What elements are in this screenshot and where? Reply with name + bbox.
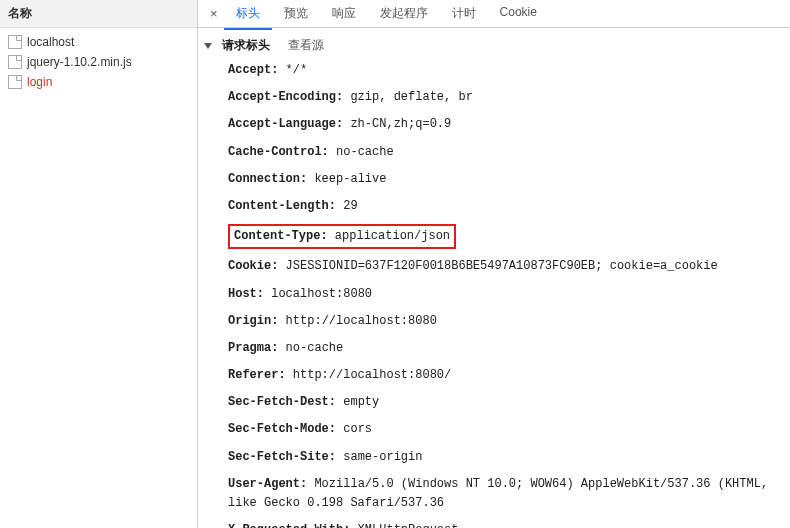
sidebar: 名称 localhostjquery-1.10.2.min.jslogin	[0, 0, 198, 528]
close-icon[interactable]: ×	[204, 6, 224, 21]
file-label: jquery-1.10.2.min.js	[27, 55, 132, 69]
section-title-request-headers: 请求标头	[222, 37, 270, 54]
tab-响应[interactable]: 响应	[320, 0, 368, 30]
header-key: Accept:	[228, 63, 278, 77]
header-key: Host:	[228, 287, 264, 301]
header-value: Mozilla/5.0 (Windows NT 10.0; WOW64) App…	[228, 477, 768, 510]
header-value: 29	[336, 199, 358, 213]
header-row: Accept-Encoding: gzip, deflate, br	[226, 84, 786, 111]
header-row: Origin: http://localhost:8080	[226, 308, 786, 335]
file-icon	[8, 75, 22, 89]
header-row: Connection: keep-alive	[226, 166, 786, 193]
header-value: application/json	[328, 229, 450, 243]
sidebar-header-name: 名称	[0, 0, 197, 28]
header-value: localhost:8080	[264, 287, 372, 301]
header-key: Cookie:	[228, 259, 278, 273]
header-value: */*	[278, 63, 307, 77]
header-key: Referer:	[228, 368, 286, 382]
header-row: X-Requested-With: XMLHttpRequest	[226, 517, 786, 528]
tab-标头[interactable]: 标头	[224, 0, 272, 30]
header-row: Host: localhost:8080	[226, 281, 786, 308]
header-key: Connection:	[228, 172, 307, 186]
request-headers-list: Accept: */*Accept-Encoding: gzip, deflat…	[202, 57, 786, 528]
header-row: User-Agent: Mozilla/5.0 (Windows NT 10.0…	[226, 471, 786, 517]
tab-预览[interactable]: 预览	[272, 0, 320, 30]
tab-Cookie[interactable]: Cookie	[488, 0, 549, 30]
file-icon	[8, 35, 22, 49]
view-source-link[interactable]: 查看源	[288, 37, 324, 54]
header-key: X-Requested-With:	[228, 523, 350, 528]
header-key: Content-Type:	[234, 229, 328, 243]
header-row: Pragma: no-cache	[226, 335, 786, 362]
header-value: keep-alive	[307, 172, 386, 186]
header-key: Sec-Fetch-Site:	[228, 450, 336, 464]
header-row: Accept: */*	[226, 57, 786, 84]
file-label: localhost	[27, 35, 74, 49]
file-icon	[8, 55, 22, 69]
header-row: Accept-Language: zh-CN,zh;q=0.9	[226, 111, 786, 138]
header-key: Sec-Fetch-Mode:	[228, 422, 336, 436]
header-value: JSESSIONID=637F120F0018B6BE5497A10873FC9…	[278, 259, 717, 273]
header-key: Content-Length:	[228, 199, 336, 213]
file-item[interactable]: login	[0, 72, 197, 92]
section-request-headers-header[interactable]: 请求标头 查看源	[202, 34, 786, 57]
header-value: empty	[336, 395, 379, 409]
header-value: gzip, deflate, br	[343, 90, 473, 104]
header-key: Pragma:	[228, 341, 278, 355]
panel-body[interactable]: 请求标头 查看源 Accept: */*Accept-Encoding: gzi…	[198, 28, 790, 528]
file-item[interactable]: jquery-1.10.2.min.js	[0, 52, 197, 72]
header-key: User-Agent:	[228, 477, 307, 491]
caret-down-icon	[204, 43, 212, 49]
header-value: XMLHttpRequest	[350, 523, 458, 528]
tab-发起程序[interactable]: 发起程序	[368, 0, 440, 30]
header-row: Content-Type: application/json	[226, 220, 786, 253]
tab-计时[interactable]: 计时	[440, 0, 488, 30]
header-key: Accept-Language:	[228, 117, 343, 131]
header-row: Cookie: JSESSIONID=637F120F0018B6BE5497A…	[226, 253, 786, 280]
header-value: zh-CN,zh;q=0.9	[343, 117, 451, 131]
header-value: no-cache	[278, 341, 343, 355]
header-row: Referer: http://localhost:8080/	[226, 362, 786, 389]
header-row: Sec-Fetch-Site: same-origin	[226, 444, 786, 471]
header-key: Cache-Control:	[228, 145, 329, 159]
header-value: same-origin	[336, 450, 422, 464]
header-row: Cache-Control: no-cache	[226, 139, 786, 166]
main-panel: × 标头预览响应发起程序计时Cookie 请求标头 查看源 Accept: */…	[198, 0, 790, 528]
file-label: login	[27, 75, 52, 89]
header-row: Content-Length: 29	[226, 193, 786, 220]
header-value: cors	[336, 422, 372, 436]
header-value: no-cache	[329, 145, 394, 159]
header-value: http://localhost:8080	[278, 314, 436, 328]
header-row: Sec-Fetch-Dest: empty	[226, 389, 786, 416]
section-request-headers: 请求标头 查看源 Accept: */*Accept-Encoding: gzi…	[202, 34, 786, 528]
file-list: localhostjquery-1.10.2.min.jslogin	[0, 28, 197, 96]
tabs-bar: × 标头预览响应发起程序计时Cookie	[198, 0, 790, 28]
header-key: Origin:	[228, 314, 278, 328]
header-value: http://localhost:8080/	[286, 368, 452, 382]
header-key: Accept-Encoding:	[228, 90, 343, 104]
header-row: Sec-Fetch-Mode: cors	[226, 416, 786, 443]
header-key: Sec-Fetch-Dest:	[228, 395, 336, 409]
file-item[interactable]: localhost	[0, 32, 197, 52]
